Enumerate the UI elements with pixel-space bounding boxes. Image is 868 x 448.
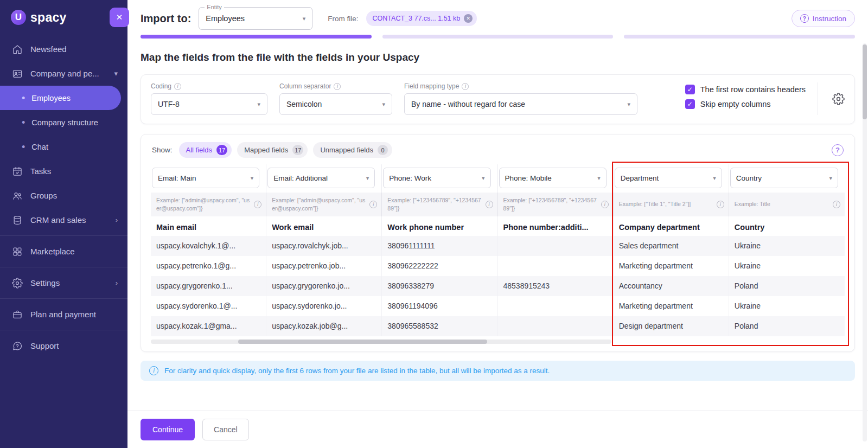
uspacy-logo[interactable]: U spacy <box>0 0 127 33</box>
field-mapping-select[interactable]: Phone: Work ▾ <box>383 168 490 188</box>
info-icon: i <box>334 83 341 90</box>
table-cell: Design department <box>614 316 729 336</box>
filter-unmapped-fields[interactable]: Unmapped fields 0 <box>313 142 392 158</box>
home-icon <box>12 44 23 55</box>
sidebar-item-plan-and-payment[interactable]: Plan and payment <box>0 302 127 327</box>
column-header: Work email <box>266 216 382 236</box>
chevron-down-icon: ▾ <box>251 175 254 182</box>
first-row-headers-checkbox[interactable]: ✓ The first row contains headers <box>685 85 806 94</box>
field-mapping-value: Phone: Work <box>389 174 431 182</box>
sidebar-item-support[interactable]: Support <box>0 334 127 358</box>
sidebar-item-label: Employees <box>31 94 71 103</box>
gear-icon[interactable] <box>832 93 845 105</box>
field-mapping-select[interactable]: Phone: Mobile ▾ <box>499 168 607 188</box>
table-cell <box>498 256 614 276</box>
chevron-down-icon: ▾ <box>597 175 601 182</box>
table-cell: 48538915243 <box>498 276 614 296</box>
sidebar-item-marketplace[interactable]: Marketplace <box>0 239 127 264</box>
coding-field: Coding i UTF-8 ▾ <box>151 82 267 115</box>
sidebar-item-chat[interactable]: • Chat <box>0 135 127 159</box>
import-header: Import to: Entity Employees ▾ From file:… <box>127 0 868 35</box>
sidebar-item-crm-and-sales[interactable]: CRM and sales › <box>0 208 127 232</box>
id-card-icon <box>12 68 23 79</box>
table-cell: Marketing department <box>614 296 729 316</box>
cancel-button[interactable]: Cancel <box>202 419 249 440</box>
column-header: Main email <box>151 216 266 236</box>
sidebar-item-company-and-people[interactable]: Company and pe... ▾ <box>0 61 127 86</box>
checkbox-checked-icon: ✓ <box>685 99 695 109</box>
mapping-type-label: Field mapping type <box>404 82 459 90</box>
example-text: Example: ["+123456789", "+123456789"]} <box>387 196 483 213</box>
chevron-right-icon: › <box>116 216 118 224</box>
column-mapping-cell: Department ▾ <box>614 164 729 193</box>
field-mapping-select[interactable]: Email: Additional ▾ <box>267 168 375 188</box>
separator-field: Column separator i Semicolon ▾ <box>279 82 392 115</box>
horizontal-scrollbar-thumb[interactable] <box>238 340 487 344</box>
checkbox-checked-icon: ✓ <box>685 85 695 94</box>
table-cell: Poland <box>729 276 845 296</box>
entity-select[interactable]: Entity Employees ▾ <box>199 7 312 30</box>
table-cell: 380965588532 <box>382 316 497 336</box>
column-mapping-cell: Email: Main ▾ <box>151 164 266 193</box>
column-header: Phone number:additi... <box>498 216 614 236</box>
sidebar-item-groups[interactable]: Groups <box>0 183 127 208</box>
separator-label: Column separator <box>279 82 331 90</box>
mapping-type-field: Field mapping type i By name - without r… <box>404 82 637 115</box>
info-banner-text: For clarity and quick display, only the … <box>164 367 550 375</box>
table-cell: uspacy.kozak.job@g... <box>266 316 382 336</box>
chevron-down-icon: ▾ <box>114 69 118 78</box>
remove-file-icon[interactable]: ✕ <box>464 14 473 23</box>
coding-select[interactable]: UTF-8 ▾ <box>151 93 267 115</box>
app-window: U spacy ✕ Newsfeed Company and pe... ▾ •… <box>0 0 868 448</box>
skip-empty-columns-checkbox[interactable]: ✓ Skip empty columns <box>685 99 806 109</box>
field-mapping-select[interactable]: Country ▾ <box>730 168 838 188</box>
bullet-icon: • <box>22 118 25 127</box>
separator-value: Semicolon <box>286 100 322 108</box>
info-icon: i <box>833 201 840 208</box>
import-progress-bar <box>141 35 855 39</box>
sidebar-divider <box>0 235 127 236</box>
field-mapping-select[interactable]: Email: Main ▾ <box>152 168 259 188</box>
progress-step-2 <box>382 35 614 39</box>
sidebar-item-company-structure[interactable]: • Company structure <box>0 110 127 135</box>
checkbox-label: The first row contains headers <box>700 85 806 94</box>
horizontal-scrollbar[interactable] <box>151 340 611 344</box>
separator-select[interactable]: Semicolon ▾ <box>279 93 392 115</box>
filter-all-fields[interactable]: All fields 17 <box>179 142 232 158</box>
checkbox-label: Skip empty columns <box>700 100 771 108</box>
uspacy-logo-icon: U <box>11 10 26 25</box>
field-mapping-select[interactable]: Department ▾ <box>615 168 722 188</box>
example-text: Example: ["+123456789", "+123456789"]} <box>503 196 599 213</box>
mapping-type-select[interactable]: By name - without regard for case ▾ <box>404 93 637 115</box>
import-settings-card: Coding i UTF-8 ▾ Column separator i Semi… <box>141 74 855 124</box>
file-chip[interactable]: CONTACT_3 77.cs... 1.51 kb ✕ <box>366 11 477 26</box>
info-icon: i <box>174 83 181 90</box>
info-icon: i <box>369 201 377 208</box>
vertical-scrollbar-thumb[interactable] <box>863 44 867 119</box>
help-icon[interactable]: ? <box>832 144 844 156</box>
sidebar-item-settings[interactable]: Settings › <box>0 271 127 295</box>
vertical-scrollbar[interactable] <box>863 43 867 441</box>
sidebar-nav: Newsfeed Company and pe... ▾ • Employees… <box>0 37 127 358</box>
mapping-type-value: By name - without regard for case <box>411 100 525 108</box>
table-cell: uspacy.sydorenko.jo... <box>266 296 382 316</box>
instruction-button[interactable]: ? Instruction <box>792 10 855 27</box>
continue-button[interactable]: Continue <box>141 419 195 440</box>
column-mapping-cell: Email: Additional ▾ <box>266 164 382 193</box>
chevron-down-icon: ▾ <box>366 175 369 182</box>
close-sidebar-button[interactable]: ✕ <box>110 8 129 27</box>
table-cell: 380962222222 <box>382 256 497 276</box>
database-icon <box>12 215 23 226</box>
sidebar-item-employees[interactable]: • Employees <box>0 86 121 110</box>
sidebar-item-tasks[interactable]: Tasks <box>0 159 127 183</box>
chevron-down-icon: ▾ <box>303 15 306 22</box>
sidebar-item-newsfeed[interactable]: Newsfeed <box>0 37 127 61</box>
info-icon: i <box>601 201 609 208</box>
field-mapping-value: Email: Additional <box>273 174 328 182</box>
table-cell: uspacy.grygorenko.1... <box>151 276 266 296</box>
example-text: Example: ["Title 1", "Title 2"]] <box>619 200 691 208</box>
sidebar-item-label: Chat <box>31 143 48 151</box>
example-cell: Example: ["admin@uspacy.com", "user@uspa… <box>151 193 266 216</box>
example-text: Example: ["admin@uspacy.com", "user@uspa… <box>156 196 252 213</box>
filter-mapped-fields[interactable]: Mapped fields 17 <box>237 142 308 158</box>
